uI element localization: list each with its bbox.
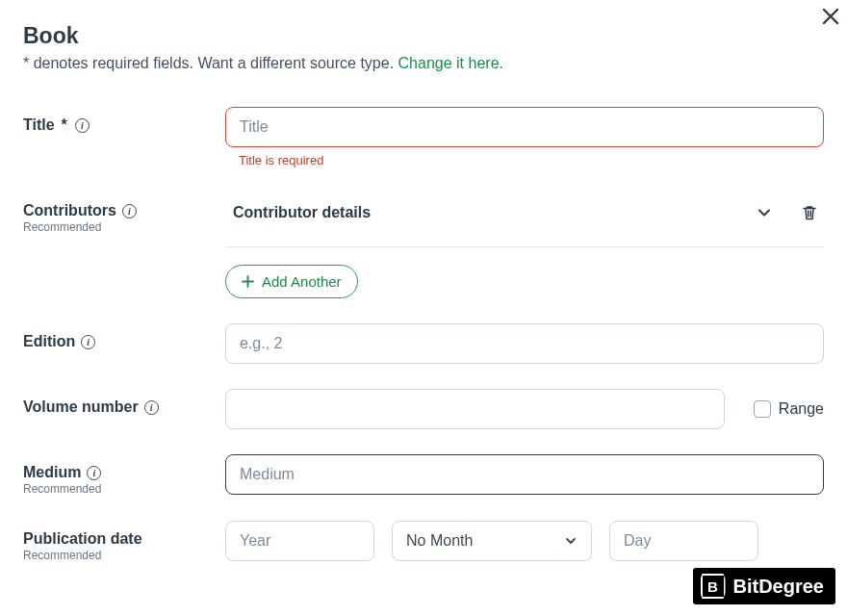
bitdegree-logo-icon: B — [701, 574, 726, 599]
info-icon[interactable]: i — [87, 466, 101, 480]
required-mark: * — [61, 116, 69, 134]
pubdate-label: Publication date — [23, 530, 142, 548]
range-label: Range — [779, 400, 824, 418]
edition-input[interactable] — [225, 323, 824, 364]
chevron-down-icon — [757, 205, 772, 220]
add-contributor-label: Add Another — [262, 273, 342, 290]
edition-label: Edition — [23, 333, 75, 350]
close-icon — [822, 8, 839, 25]
info-icon[interactable]: i — [144, 400, 159, 415]
title-input[interactable] — [225, 107, 824, 147]
volume-input[interactable] — [225, 389, 725, 429]
delete-contributor-button[interactable] — [797, 200, 822, 225]
change-source-link[interactable]: Change it here. — [398, 55, 503, 71]
month-select[interactable]: No Month — [392, 521, 592, 561]
chevron-down-icon — [564, 534, 578, 548]
range-checkbox[interactable] — [754, 400, 771, 418]
title-error: Title is required — [239, 153, 824, 167]
volume-label: Volume number — [23, 398, 139, 416]
contributor-details-toggle[interactable]: Contributor details — [233, 204, 371, 221]
title-label: Title — [23, 116, 55, 134]
trash-icon — [801, 204, 818, 221]
contributors-label: Contributors — [23, 202, 116, 219]
expand-contributor-button[interactable] — [753, 201, 776, 224]
plus-icon — [242, 275, 254, 288]
day-input[interactable] — [609, 521, 758, 561]
medium-hint: Recommended — [23, 482, 225, 496]
info-icon[interactable]: i — [122, 204, 137, 218]
info-icon[interactable]: i — [75, 118, 90, 133]
watermark-text: BitDegree — [733, 576, 824, 598]
contributors-hint: Recommended — [23, 220, 225, 234]
medium-input[interactable] — [225, 454, 824, 495]
subtitle: * denotes required fields. Want a differ… — [23, 55, 824, 72]
add-contributor-button[interactable]: Add Another — [225, 265, 358, 298]
watermark: B BitDegree — [693, 568, 835, 604]
info-icon[interactable]: i — [81, 335, 95, 349]
page-title: Book — [23, 23, 824, 49]
pubdate-hint: Recommended — [23, 549, 225, 562]
subtitle-text: * denotes required fields. Want a differ… — [23, 55, 398, 71]
month-value: No Month — [406, 532, 473, 550]
year-input[interactable] — [225, 521, 374, 561]
medium-label: Medium — [23, 464, 81, 481]
